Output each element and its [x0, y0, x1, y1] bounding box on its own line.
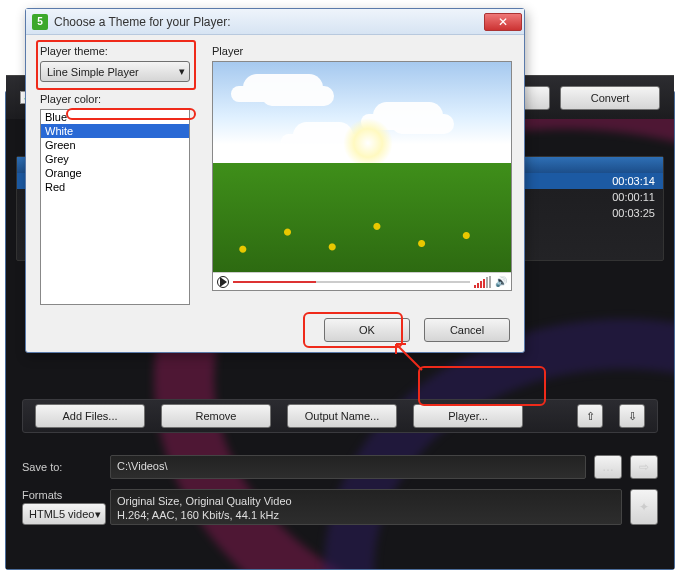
play-icon — [220, 277, 227, 287]
theme-select[interactable]: Line Simple Player▾ — [40, 61, 190, 82]
ellipsis-icon: … — [602, 460, 614, 474]
preview-group: Player 🔊 — [212, 45, 510, 291]
duration: 00:00:11 — [612, 191, 655, 203]
app-icon: 5 — [32, 14, 48, 30]
wand-icon: ✦ — [639, 500, 649, 514]
player-button[interactable]: Player... — [413, 404, 523, 428]
chevron-down-icon: ▾ — [179, 65, 185, 78]
arrow-up-icon: ⇧ — [586, 410, 595, 423]
preview-label: Player — [212, 45, 510, 57]
output-name-button[interactable]: Output Name... — [287, 404, 397, 428]
volume-icon[interactable]: 🔊 — [495, 276, 507, 287]
formats-label: Formats — [22, 489, 102, 501]
ok-button[interactable]: OK — [324, 318, 410, 342]
color-option-red[interactable]: Red — [41, 180, 189, 194]
save-to-input[interactable]: C:\Videos\ — [110, 455, 586, 479]
color-option-blue[interactable]: Blue — [41, 110, 189, 124]
theme-dialog: 5 Choose a Theme for your Player: ✕ Play… — [25, 8, 525, 353]
color-list[interactable]: Blue White Green Grey Orange Red — [40, 109, 190, 305]
format-settings-button[interactable]: ✦ — [630, 489, 658, 525]
remove-button[interactable]: Remove — [161, 404, 271, 428]
cancel-button[interactable]: Cancel — [424, 318, 510, 342]
open-folder-button[interactable]: ⇨ — [630, 455, 658, 479]
format-description: Original Size, Original Quality Video H.… — [110, 489, 622, 525]
toolbar: Add Files... Remove Output Name... Playe… — [22, 399, 658, 433]
color-group: Player color: Blue White Green Grey Oran… — [40, 93, 200, 305]
color-option-green[interactable]: Green — [41, 138, 189, 152]
dialog-title: Choose a Theme for your Player: — [54, 15, 231, 29]
move-up-button[interactable]: ⇧ — [577, 404, 603, 428]
convert-button[interactable]: Convert — [560, 86, 660, 110]
duration: 00:03:25 — [612, 207, 655, 219]
theme-label: Player theme: — [40, 45, 200, 57]
color-option-white[interactable]: White — [41, 124, 189, 138]
browse-button[interactable]: … — [594, 455, 622, 479]
color-option-orange[interactable]: Orange — [41, 166, 189, 180]
duration: 00:03:14 — [612, 175, 655, 187]
move-down-button[interactable]: ⇩ — [619, 404, 645, 428]
save-to-row: Save to: C:\Videos\ … ⇨ — [22, 455, 658, 479]
color-label: Player color: — [40, 93, 200, 105]
format-select[interactable]: HTML5 video▾ — [22, 503, 106, 525]
theme-group: Player theme: Line Simple Player▾ — [40, 45, 200, 82]
save-to-label: Save to: — [22, 461, 102, 473]
add-files-button[interactable]: Add Files... — [35, 404, 145, 428]
player-controls: 🔊 — [213, 272, 511, 290]
open-folder-icon: ⇨ — [639, 460, 649, 474]
play-button[interactable] — [217, 276, 229, 288]
color-option-grey[interactable]: Grey — [41, 152, 189, 166]
player-preview: 🔊 — [212, 61, 512, 291]
progress-bar[interactable] — [233, 281, 470, 283]
arrow-down-icon: ⇩ — [628, 410, 637, 423]
formats-row: Formats HTML5 video▾ Original Size, Orig… — [22, 489, 658, 525]
dialog-titlebar: 5 Choose a Theme for your Player: ✕ — [26, 9, 524, 35]
chevron-down-icon: ▾ — [95, 508, 101, 521]
dialog-close-button[interactable]: ✕ — [484, 13, 522, 31]
volume-bars[interactable] — [474, 276, 491, 288]
